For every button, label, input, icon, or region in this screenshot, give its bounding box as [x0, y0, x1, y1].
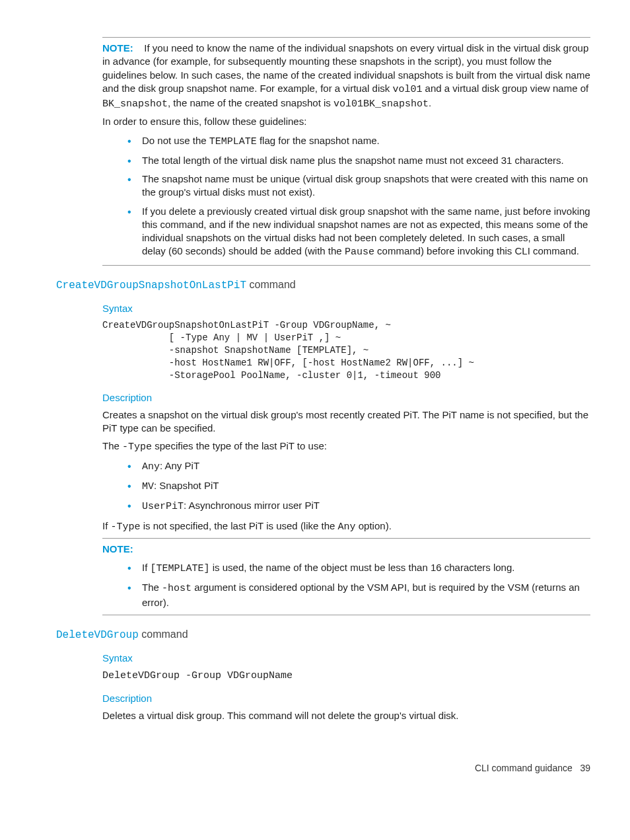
- section-heading: CreateVDGroupSnapshotOnLastPiT command: [56, 278, 590, 293]
- code-inline: BK_snapshot: [102, 98, 168, 110]
- code-inline: [TEMPLATE]: [151, 563, 210, 574]
- heading-suffix: command: [246, 279, 296, 290]
- page-footer: CLI command guidance 39: [56, 762, 590, 775]
- command-name: DeleteVDGroup: [56, 629, 139, 641]
- code-inline: UserPiT: [142, 501, 184, 512]
- note-label: NOTE:: [102, 42, 133, 54]
- note-label: NOTE:: [102, 543, 133, 554]
- code-inline: Pause: [345, 247, 374, 258]
- heading-suffix: command: [139, 629, 188, 640]
- guidelines-list: Do not use the TEMPLATE flag for the sna…: [102, 134, 590, 260]
- syntax-label: Syntax: [102, 652, 590, 665]
- code-inline: MV: [142, 481, 154, 492]
- list-item: The -host argument is considered optiona…: [122, 581, 590, 609]
- syntax-block: DeleteVDGroup -Group VDGroupName: [102, 669, 590, 683]
- code-inline: vol01: [392, 84, 422, 95]
- syntax-label: Syntax: [102, 302, 590, 315]
- note-block: NOTE:: [102, 543, 590, 556]
- description-text: Deletes a virtual disk group. This comma…: [102, 709, 590, 722]
- code-inline: Any: [338, 521, 356, 533]
- list-item: MV: Snapshot PiT: [122, 479, 590, 494]
- code-inline: vol01BK_snapshot: [333, 98, 429, 110]
- separator: [102, 37, 590, 38]
- list-item: If [TEMPLATE] is used, the name of the o…: [122, 561, 590, 576]
- footer-text: CLI command guidance: [475, 763, 573, 773]
- list-item: The total length of the virtual disk nam…: [122, 154, 590, 167]
- note-text: , the name of the created snapshot is: [168, 97, 333, 108]
- separator: [102, 538, 590, 539]
- section-heading: DeleteVDGroup command: [56, 627, 590, 643]
- list-item: The snapshot name must be unique (virtua…: [122, 172, 590, 200]
- type-list: Any: Any PiT MV: Snapshot PiT UserPiT: A…: [102, 459, 590, 514]
- description-label: Description: [102, 391, 590, 404]
- list-item: Do not use the TEMPLATE flag for the sna…: [122, 134, 590, 149]
- code-inline: TEMPLATE: [209, 136, 257, 147]
- code-inline: Any: [142, 461, 160, 473]
- note-list: If [TEMPLATE] is used, the name of the o…: [102, 561, 590, 609]
- description-text: Creates a snapshot on the virtual disk g…: [102, 408, 590, 436]
- description-text: If -Type is not specified, the last PiT …: [102, 519, 590, 534]
- code-inline: -host: [162, 583, 192, 594]
- note-paragraph: NOTE: If you need to know the name of th…: [102, 42, 590, 111]
- note-text: .: [429, 97, 431, 108]
- command-name: CreateVDGroupSnapshotOnLastPiT: [56, 280, 246, 291]
- list-item: UserPiT: Asynchronous mirror user PiT: [122, 499, 590, 514]
- description-label: Description: [102, 692, 590, 705]
- list-item: Any: Any PiT: [122, 459, 590, 474]
- separator: [102, 615, 590, 615]
- code-inline: -Type: [122, 441, 152, 453]
- code-inline: -Type: [111, 521, 141, 533]
- note-block: NOTE: If you need to know the name of th…: [102, 42, 590, 129]
- note-followup: In order to ensure this, follow these gu…: [102, 115, 590, 128]
- description-text: The -Type specifies the type of the last…: [102, 439, 590, 454]
- page-number: 39: [580, 763, 590, 773]
- separator: [102, 265, 590, 266]
- note-text: and a virtual disk group view name of: [422, 83, 588, 94]
- list-item: If you delete a previously created virtu…: [122, 205, 590, 260]
- syntax-block: CreateVDGroupSnapshotOnLastPiT -Group VD…: [102, 319, 590, 381]
